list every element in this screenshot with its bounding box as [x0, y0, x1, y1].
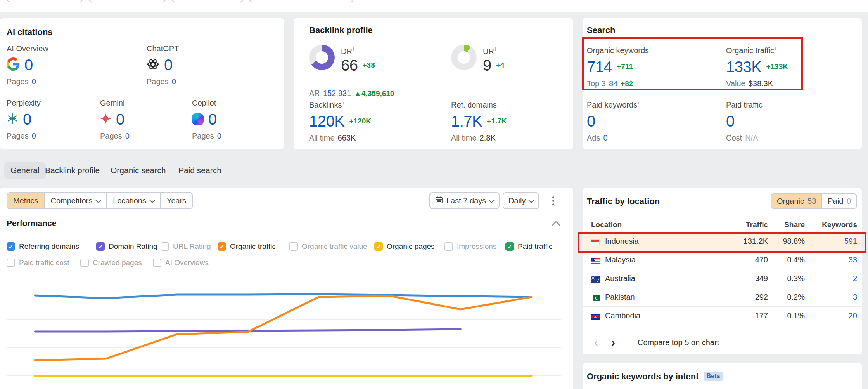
- info-icon[interactable]: i: [650, 45, 651, 51]
- checkbox-organic-traffic-value[interactable]: Organic traffic value: [289, 242, 367, 251]
- performance-chart: [0, 270, 573, 389]
- table-row-malaysia[interactable]: Malaysia 470 0.4% 33: [583, 251, 862, 269]
- ai-overview-label: AI Overview: [7, 44, 48, 53]
- openai-icon: [147, 58, 159, 72]
- checkbox-label: URL Rating: [173, 242, 211, 251]
- ads-value-link[interactable]: 0: [603, 134, 607, 142]
- dr-label: DRi: [341, 45, 375, 56]
- tab-paid-search[interactable]: Paid search: [178, 162, 221, 179]
- performance-card: Metrics Competitors Locations Years Last…: [0, 188, 573, 389]
- tab-organic-search[interactable]: Organic search: [111, 162, 166, 179]
- dr-delta: +38: [363, 61, 375, 69]
- info-icon[interactable]: i: [775, 45, 776, 51]
- pages-label: Pages: [7, 77, 29, 86]
- checkbox-impressions[interactable]: Impressions: [444, 242, 496, 251]
- pages-value-link[interactable]: 0: [217, 132, 221, 141]
- pages-value-link[interactable]: 0: [32, 77, 36, 86]
- top-filter-box-1[interactable]: [7, 0, 83, 2]
- checkbox-ai-overviews[interactable]: AI Overviews: [153, 258, 209, 267]
- chevron-down-icon: [149, 197, 156, 203]
- table-pagination: ‹ › Compare top 5 on chart: [594, 333, 719, 352]
- tab-backlink-profile[interactable]: Backlink profile: [45, 162, 100, 179]
- paid-keywords-value[interactable]: 0: [587, 113, 595, 130]
- top3-label: Top 3: [587, 79, 606, 88]
- more-options-kebab-icon[interactable]: [548, 192, 558, 209]
- checkbox-icon: [7, 259, 15, 267]
- date-range-button[interactable]: Last 7 days: [429, 192, 500, 209]
- compare-top5-link[interactable]: Compare top 5 on chart: [638, 338, 719, 347]
- metrics-segment-button[interactable]: Metrics: [7, 193, 44, 208]
- keywords-link[interactable]: 33: [849, 255, 857, 264]
- perplexity-value[interactable]: 0: [23, 111, 31, 128]
- paid-toggle-button[interactable]: Paid0: [821, 194, 856, 208]
- ar-row: AR 152,931 ▲4,359,610: [309, 89, 394, 98]
- ai-overview-value[interactable]: 0: [24, 56, 33, 73]
- years-segment-button[interactable]: Years: [160, 193, 192, 208]
- info-icon[interactable]: i: [638, 100, 639, 106]
- next-page-chevron-icon[interactable]: ›: [611, 336, 615, 349]
- checkbox-icon: [444, 242, 453, 251]
- locations-segment-button[interactable]: Locations: [106, 193, 160, 208]
- table-row-indonesia[interactable]: Indonesia 131.2K 98.8% 591: [583, 232, 862, 251]
- info-icon[interactable]: i: [342, 100, 344, 106]
- keywords-by-intent-title-text: Organic keywords by intent: [587, 372, 699, 381]
- checkbox-label: Referring domains: [19, 242, 79, 251]
- info-icon[interactable]: i: [495, 46, 496, 52]
- copilot-value[interactable]: 0: [208, 111, 217, 128]
- info-icon[interactable]: i: [498, 100, 499, 106]
- checkbox-icon: ✓: [218, 242, 226, 251]
- gemini-label: Gemini: [100, 98, 130, 108]
- chatgpt-value[interactable]: 0: [164, 56, 173, 73]
- ads-label: Ads: [587, 134, 600, 142]
- backlinks-value[interactable]: 120K: [309, 113, 344, 130]
- organic-keywords-metric: Organic keywordsi 714+711 Top 384+82: [587, 44, 651, 88]
- top3-value-link[interactable]: 84: [609, 79, 617, 88]
- checkbox-crawled-pages[interactable]: Crawled pages: [80, 258, 142, 267]
- chart-filter-group: Metrics Competitors Locations Years: [7, 192, 193, 209]
- tab-general[interactable]: General: [4, 162, 46, 179]
- paid-traffic-value[interactable]: 0: [726, 113, 735, 130]
- chevron-down-icon: [95, 197, 102, 203]
- top-filter-box-3[interactable]: [171, 0, 244, 2]
- prev-page-chevron-icon[interactable]: ‹: [594, 336, 598, 349]
- gemini-value[interactable]: 0: [116, 111, 124, 128]
- keywords-link[interactable]: 2: [853, 274, 857, 283]
- traffic-by-location-title-text: Traffic by location: [587, 196, 660, 206]
- chatgpt-label: ChatGPT: [147, 44, 179, 53]
- pages-value-link[interactable]: 0: [125, 132, 130, 141]
- organic-traffic-value[interactable]: 133K: [726, 58, 761, 75]
- ref-domains-value[interactable]: 1.7K: [451, 113, 482, 130]
- checkbox-organic-traffic[interactable]: ✓Organic traffic: [218, 242, 276, 251]
- checkbox-organic-pages[interactable]: ✓Organic pages: [374, 242, 435, 251]
- ur-label-text: UR: [483, 47, 494, 56]
- flag-indonesia-icon: [591, 238, 600, 247]
- top-filter-box-2[interactable]: [88, 0, 166, 2]
- checkbox-domain-rating[interactable]: ✓Domain Rating: [96, 242, 157, 251]
- checkbox-referring-domains[interactable]: ✓Referring domains: [7, 242, 79, 251]
- table-row-australia[interactable]: Australia 349 0.3% 2: [583, 269, 862, 288]
- granularity-button[interactable]: Daily: [503, 192, 539, 209]
- keywords-link[interactable]: 591: [844, 237, 857, 246]
- ar-value-link[interactable]: 152,931: [323, 89, 351, 98]
- table-row-pakistan[interactable]: Pakistan 292 0.2% 3: [583, 288, 862, 307]
- competitors-segment-button[interactable]: Competitors: [44, 193, 106, 208]
- collapse-chevron-up-icon[interactable]: [552, 221, 561, 230]
- pages-value-link[interactable]: 0: [172, 77, 176, 86]
- paid-toggle-label: Paid: [828, 197, 843, 206]
- top-filter-strip: [0, 0, 868, 12]
- info-icon[interactable]: i: [54, 27, 55, 33]
- organic-keywords-value[interactable]: 714: [587, 58, 612, 75]
- keywords-link[interactable]: 3: [853, 293, 857, 302]
- info-icon[interactable]: i: [353, 46, 354, 52]
- checkbox-paid-traffic-cost[interactable]: Paid traffic cost: [7, 258, 69, 267]
- organic-toggle-button[interactable]: Organic53: [771, 194, 821, 208]
- keywords-link[interactable]: 20: [849, 311, 857, 320]
- info-icon[interactable]: i: [763, 100, 764, 106]
- checkbox-paid-traffic[interactable]: ✓Paid traffic: [505, 242, 552, 251]
- checkbox-url-rating[interactable]: URL Rating: [161, 242, 211, 251]
- paid-traffic-metric: Paid traffici 0 CostN/A: [726, 98, 764, 142]
- table-row-cambodia[interactable]: Cambodia 177 0.1% 20: [583, 307, 862, 325]
- pages-value-link[interactable]: 0: [32, 132, 36, 141]
- organic-traffic-label-text: Organic traffic: [726, 46, 774, 55]
- top-filter-box-4[interactable]: [249, 0, 354, 2]
